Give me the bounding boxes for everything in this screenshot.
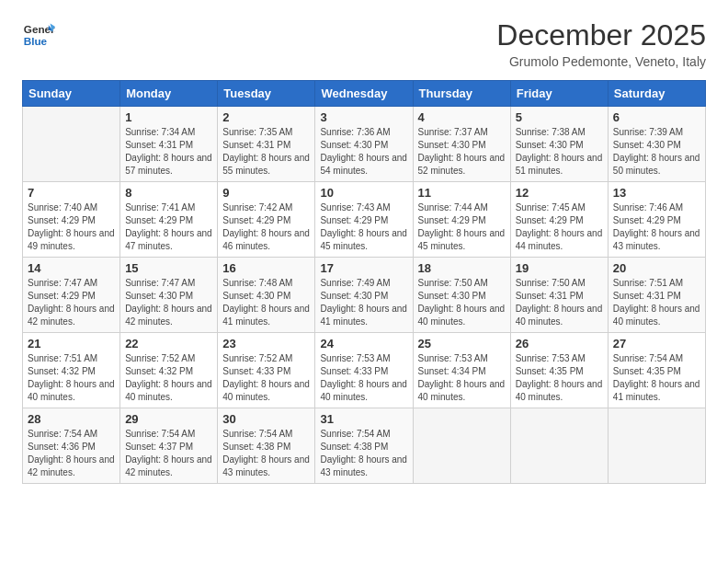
daylight-text: Daylight: 8 hours and 41 minutes.: [222, 304, 310, 327]
day-number: 19: [516, 261, 603, 275]
day-number: 1: [125, 110, 212, 124]
week-row-5: 28Sunrise: 7:54 AMSunset: 4:36 PMDayligh…: [23, 408, 706, 484]
sunrise-text: Sunrise: 7:50 AM: [516, 278, 586, 288]
sunset-text: Sunset: 4:30 PM: [516, 140, 584, 150]
sunset-text: Sunset: 4:30 PM: [613, 140, 681, 150]
sunrise-text: Sunrise: 7:35 AM: [222, 127, 292, 137]
day-info: Sunrise: 7:35 AMSunset: 4:31 PMDaylight:…: [222, 126, 310, 178]
day-cell: 14Sunrise: 7:47 AMSunset: 4:29 PMDayligh…: [23, 258, 120, 333]
day-number: 18: [418, 261, 506, 275]
day-number: 5: [516, 110, 603, 124]
day-cell: [608, 408, 705, 484]
day-cell: 21Sunrise: 7:51 AMSunset: 4:32 PMDayligh…: [23, 333, 120, 408]
day-cell: 10Sunrise: 7:43 AMSunset: 4:29 PMDayligh…: [315, 182, 413, 258]
day-info: Sunrise: 7:44 AMSunset: 4:29 PMDaylight:…: [418, 201, 506, 253]
sunrise-text: Sunrise: 7:42 AM: [222, 202, 292, 213]
weekday-header-row: SundayMondayTuesdayWednesdayThursdayFrid…: [23, 81, 706, 107]
daylight-text: Daylight: 8 hours and 40 minutes.: [516, 304, 603, 327]
sunrise-text: Sunrise: 7:49 AM: [320, 278, 390, 288]
daylight-text: Daylight: 8 hours and 43 minutes.: [222, 454, 310, 477]
sunset-text: Sunset: 4:31 PM: [125, 140, 193, 150]
sunrise-text: Sunrise: 7:45 AM: [516, 202, 586, 213]
sunset-text: Sunset: 4:30 PM: [320, 291, 388, 301]
sunrise-text: Sunrise: 7:36 AM: [320, 127, 390, 137]
sunset-text: Sunset: 4:31 PM: [613, 291, 681, 301]
day-info: Sunrise: 7:40 AMSunset: 4:29 PMDaylight:…: [28, 201, 115, 253]
day-number: 17: [320, 261, 407, 275]
sunrise-text: Sunrise: 7:53 AM: [516, 353, 586, 363]
day-number: 26: [516, 337, 603, 350]
day-cell: 7Sunrise: 7:40 AMSunset: 4:29 PMDaylight…: [23, 182, 120, 258]
daylight-text: Daylight: 8 hours and 49 minutes.: [28, 228, 115, 251]
sunrise-text: Sunrise: 7:43 AM: [320, 202, 390, 213]
sunset-text: Sunset: 4:35 PM: [516, 366, 584, 376]
day-number: 27: [613, 337, 700, 350]
day-info: Sunrise: 7:54 AMSunset: 4:38 PMDaylight:…: [222, 428, 310, 479]
day-info: Sunrise: 7:50 AMSunset: 4:30 PMDaylight:…: [418, 277, 506, 328]
sunset-text: Sunset: 4:35 PM: [613, 366, 681, 376]
day-number: 23: [222, 337, 310, 350]
sunset-text: Sunset: 4:30 PM: [222, 291, 290, 301]
day-number: 30: [222, 412, 310, 426]
day-cell: 23Sunrise: 7:52 AMSunset: 4:33 PMDayligh…: [218, 333, 315, 408]
day-info: Sunrise: 7:43 AMSunset: 4:29 PMDaylight:…: [320, 201, 407, 253]
day-cell: 2Sunrise: 7:35 AMSunset: 4:31 PMDaylight…: [218, 107, 315, 182]
sunrise-text: Sunrise: 7:48 AM: [222, 278, 292, 288]
sunset-text: Sunset: 4:37 PM: [125, 442, 193, 452]
day-number: 8: [125, 186, 212, 200]
weekday-header-monday: Monday: [120, 81, 218, 107]
day-number: 21: [28, 337, 115, 350]
daylight-text: Daylight: 8 hours and 41 minutes.: [320, 304, 407, 327]
sunset-text: Sunset: 4:30 PM: [320, 140, 388, 150]
sunrise-text: Sunrise: 7:47 AM: [28, 278, 97, 288]
sunset-text: Sunset: 4:29 PM: [125, 215, 193, 225]
sunrise-text: Sunrise: 7:52 AM: [125, 353, 195, 363]
day-number: 14: [28, 261, 115, 275]
day-number: 9: [222, 186, 310, 200]
daylight-text: Daylight: 8 hours and 42 minutes.: [125, 454, 212, 477]
sunset-text: Sunset: 4:36 PM: [28, 442, 96, 452]
day-info: Sunrise: 7:53 AMSunset: 4:33 PMDaylight:…: [320, 352, 407, 404]
day-info: Sunrise: 7:37 AMSunset: 4:30 PMDaylight:…: [418, 126, 506, 178]
sunset-text: Sunset: 4:38 PM: [222, 442, 290, 452]
day-number: 13: [613, 186, 700, 200]
day-cell: 25Sunrise: 7:53 AMSunset: 4:34 PMDayligh…: [413, 333, 510, 408]
sunset-text: Sunset: 4:38 PM: [320, 442, 388, 452]
sunrise-text: Sunrise: 7:47 AM: [125, 278, 195, 288]
day-cell: 16Sunrise: 7:48 AMSunset: 4:30 PMDayligh…: [218, 258, 315, 333]
day-cell: 5Sunrise: 7:38 AMSunset: 4:30 PMDaylight…: [510, 107, 608, 182]
daylight-text: Daylight: 8 hours and 44 minutes.: [516, 228, 603, 251]
weekday-header-friday: Friday: [510, 81, 608, 107]
daylight-text: Daylight: 8 hours and 43 minutes.: [320, 454, 407, 477]
month-title: December 2025: [496, 18, 706, 52]
weekday-header-wednesday: Wednesday: [315, 81, 413, 107]
day-cell: 20Sunrise: 7:51 AMSunset: 4:31 PMDayligh…: [608, 258, 705, 333]
daylight-text: Daylight: 8 hours and 55 minutes.: [222, 153, 310, 176]
sunset-text: Sunset: 4:33 PM: [222, 366, 290, 376]
day-number: 3: [320, 110, 407, 124]
sunrise-text: Sunrise: 7:46 AM: [613, 202, 683, 213]
sunset-text: Sunset: 4:30 PM: [125, 291, 193, 301]
sunset-text: Sunset: 4:34 PM: [418, 366, 486, 376]
svg-text:Blue: Blue: [24, 35, 48, 47]
page-header: General Blue December 2025 Grumolo Pedem…: [22, 18, 706, 69]
sunrise-text: Sunrise: 7:37 AM: [418, 127, 488, 137]
day-cell: 15Sunrise: 7:47 AMSunset: 4:30 PMDayligh…: [120, 258, 218, 333]
day-number: 22: [125, 337, 212, 350]
sunset-text: Sunset: 4:29 PM: [613, 215, 681, 225]
day-number: 25: [418, 337, 506, 350]
day-number: 6: [613, 110, 700, 124]
day-info: Sunrise: 7:39 AMSunset: 4:30 PMDaylight:…: [613, 126, 700, 178]
daylight-text: Daylight: 8 hours and 54 minutes.: [320, 153, 407, 176]
day-info: Sunrise: 7:34 AMSunset: 4:31 PMDaylight:…: [125, 126, 212, 178]
sunrise-text: Sunrise: 7:51 AM: [613, 278, 683, 288]
day-cell: 26Sunrise: 7:53 AMSunset: 4:35 PMDayligh…: [510, 333, 608, 408]
day-info: Sunrise: 7:54 AMSunset: 4:37 PMDaylight:…: [125, 428, 212, 479]
day-number: 15: [125, 261, 212, 275]
day-number: 4: [418, 110, 506, 124]
daylight-text: Daylight: 8 hours and 52 minutes.: [418, 153, 506, 176]
calendar-table: SundayMondayTuesdayWednesdayThursdayFrid…: [22, 80, 706, 484]
day-cell: 6Sunrise: 7:39 AMSunset: 4:30 PMDaylight…: [608, 107, 705, 182]
sunset-text: Sunset: 4:31 PM: [516, 291, 584, 301]
day-info: Sunrise: 7:47 AMSunset: 4:30 PMDaylight:…: [125, 277, 212, 328]
